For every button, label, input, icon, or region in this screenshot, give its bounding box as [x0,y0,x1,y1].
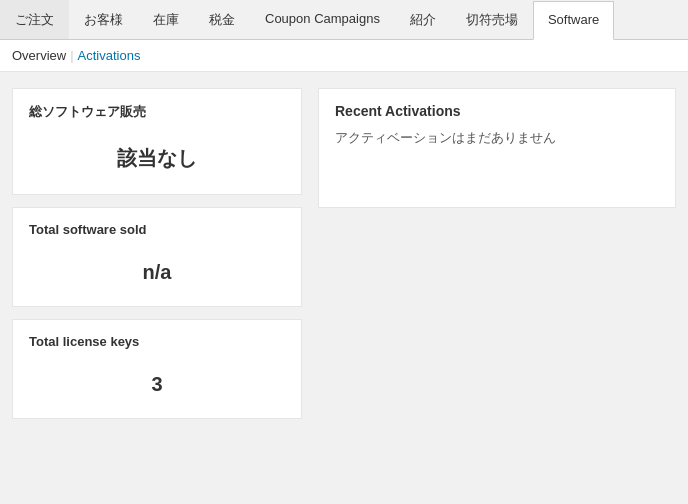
tab-coupon[interactable]: Coupon Campaigns [250,0,395,39]
tab-customers[interactable]: お客様 [69,0,138,39]
left-column: 総ソフトウェア販売 該当なし Total software sold n/a T… [12,88,302,419]
card-total-sold: Total software sold n/a [12,207,302,307]
card-total-sold-title: Total software sold [29,222,285,237]
tab-tickets[interactable]: 切符売場 [451,0,533,39]
card-total-keys: Total license keys 3 [12,319,302,419]
nav-tabs: ご注文 お客様 在庫 税金 Coupon Campaigns 紹介 切符売場 S… [0,0,688,40]
card-total-keys-title: Total license keys [29,334,285,349]
tab-software[interactable]: Software [533,1,614,40]
subnav-separator: | [70,48,73,63]
card-total-keys-value: 3 [29,357,285,404]
sub-nav: Overview | Activations [0,40,688,72]
recent-activations-title: Recent Activations [335,103,659,119]
subnav-overview[interactable]: Overview [12,48,66,63]
right-column: Recent Activations アクティベーションはまだありません [318,88,676,208]
recent-activations-card: Recent Activations アクティベーションはまだありません [318,88,676,208]
card-total-software-value: 該当なし [29,129,285,180]
subnav-activations[interactable]: Activations [78,48,141,63]
tab-tax[interactable]: 税金 [194,0,250,39]
card-total-software-title: 総ソフトウェア販売 [29,103,285,121]
recent-activations-empty: アクティベーションはまだありません [335,129,659,147]
tab-referral[interactable]: 紹介 [395,0,451,39]
card-total-software: 総ソフトウェア販売 該当なし [12,88,302,195]
card-total-sold-value: n/a [29,245,285,292]
tab-orders[interactable]: ご注文 [0,0,69,39]
main-content: 総ソフトウェア販売 該当なし Total software sold n/a T… [0,72,688,435]
tab-inventory[interactable]: 在庫 [138,0,194,39]
